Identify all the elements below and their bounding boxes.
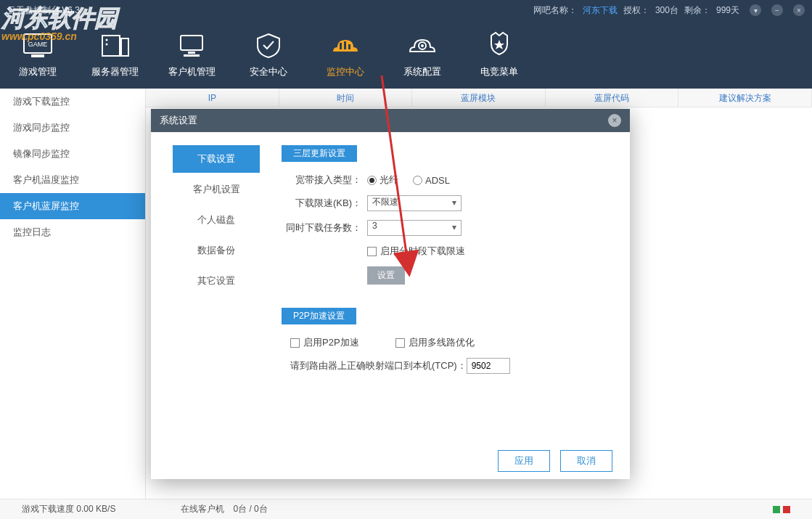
col-ip[interactable]: IP (146, 89, 279, 107)
sidebar-item-sync-monitor[interactable]: 游戏同步监控 (0, 115, 145, 141)
sidebar-item-log[interactable]: 监控日志 (0, 219, 145, 245)
status-dot-green (773, 506, 780, 513)
svg-rect-8 (188, 52, 195, 54)
header: 云无盘控制台 V6.3 网吧名称： 河东下载 授权： 300台 剩余： 999天… (0, 0, 812, 89)
time-limit-checkbox[interactable] (367, 247, 377, 256)
monitor-icon (327, 28, 364, 62)
status-dot-red (783, 506, 790, 513)
speed-value: 0.00 KB/S (76, 504, 115, 514)
esports-icon (481, 28, 517, 62)
auth-label: 授权： (623, 4, 649, 17)
svg-rect-10 (340, 43, 342, 49)
col-solution[interactable]: 建议解决方案 (678, 89, 812, 107)
svg-text:GAME: GAME (28, 41, 48, 48)
time-limit-label: 启用分时段下载限速 (380, 245, 465, 258)
set-button[interactable]: 设置 (367, 266, 405, 285)
nav-monitor[interactable]: 监控中心 (321, 28, 370, 78)
svg-rect-9 (184, 54, 200, 57)
svg-point-6 (106, 44, 108, 46)
section-p2p-title: P2P加速设置 (282, 308, 356, 324)
svg-rect-12 (348, 44, 350, 49)
app-title: 云无盘控制台 V6.3 (7, 4, 533, 17)
speed-label: 游戏下载速度 (22, 504, 74, 514)
nav-client-manage[interactable]: 客户机管理 (167, 28, 216, 78)
cancel-button[interactable]: 取消 (560, 450, 612, 472)
svg-rect-4 (121, 38, 128, 56)
svg-rect-11 (344, 41, 346, 49)
sidebar-item-image-sync[interactable]: 镜像同步监控 (0, 141, 145, 167)
svg-rect-1 (31, 54, 44, 57)
online-label: 在线客户机 (181, 504, 224, 514)
sidebar: 游戏下载监控 游戏同步监控 镜像同步监控 客户机温度监控 客户机蓝屏监控 监控日… (0, 89, 146, 499)
nav-server-manage[interactable]: 服务器管理 (90, 28, 139, 78)
dlg-nav-backup[interactable]: 数据备份 (173, 237, 260, 264)
dlg-nav-download[interactable]: 下载设置 (173, 145, 260, 173)
close-icon[interactable]: × (793, 4, 805, 16)
gear-icon (404, 28, 440, 62)
dlg-nav-other[interactable]: 其它设置 (173, 267, 260, 295)
multiroute-label: 启用多线路优化 (409, 336, 475, 349)
radio-fiber[interactable] (367, 176, 377, 185)
dialog-close-icon[interactable]: × (608, 114, 621, 127)
tasks-select[interactable]: 3 (367, 220, 462, 236)
nav-config[interactable]: 系统配置 (398, 28, 447, 78)
sidebar-item-bluescreen[interactable]: 客户机蓝屏监控 (0, 193, 145, 219)
tasks-label: 同时下载任务数： (282, 221, 361, 234)
svg-rect-7 (181, 36, 202, 50)
remain-value: 999天 (716, 4, 739, 17)
svg-rect-3 (102, 36, 120, 56)
dialog-title: 系统设置 (160, 114, 608, 127)
radio-fiber-label: 光纤 (380, 173, 398, 187)
section-update-title: 三层更新设置 (282, 145, 357, 162)
svg-point-14 (421, 44, 424, 47)
auth-value: 300台 (655, 4, 678, 17)
radio-adsl-label: ADSL (425, 175, 450, 186)
col-module[interactable]: 蓝屏模块 (412, 89, 546, 107)
svg-point-5 (106, 39, 108, 41)
minimize-icon[interactable]: − (771, 4, 783, 16)
port-input[interactable] (467, 358, 510, 374)
bar-name-value: 河东下载 (583, 4, 618, 17)
limit-select[interactable]: 不限速 (367, 195, 462, 211)
radio-adsl[interactable] (413, 176, 422, 185)
server-icon (97, 28, 133, 62)
multiroute-checkbox[interactable] (395, 338, 405, 348)
remain-label: 剩余： (684, 4, 710, 17)
p2p-label: 启用P2P加速 (303, 336, 359, 349)
sidebar-item-download-monitor[interactable]: 游戏下载监控 (0, 89, 145, 115)
apply-button[interactable]: 应用 (498, 450, 550, 472)
dropdown-icon[interactable]: ▾ (750, 4, 761, 16)
nav-esports[interactable]: 电竞菜单 (475, 28, 524, 78)
col-time[interactable]: 时间 (279, 89, 413, 107)
sidebar-item-temp-monitor[interactable]: 客户机温度监控 (0, 167, 145, 193)
settings-dialog: 系统设置 × 下载设置 客户机设置 个人磁盘 数据备份 其它设置 三层更新设置 … (151, 109, 630, 479)
bar-name-label: 网吧名称： (533, 4, 577, 17)
p2p-checkbox[interactable] (290, 338, 300, 348)
online-value: 0台 / 0台 (233, 504, 267, 514)
status-bar: 游戏下载速度 0.00 KB/S 在线客户机 0台 / 0台 (0, 499, 812, 519)
client-icon (173, 28, 210, 62)
shield-icon (250, 28, 287, 62)
dlg-nav-client[interactable]: 客户机设置 (173, 176, 260, 203)
limit-label: 下载限速(KB)： (282, 197, 361, 210)
nav-game-manage[interactable]: GAME 游戏管理 (13, 28, 62, 78)
port-label: 请到路由器上正确映射端口到本机(TCP)： (290, 359, 467, 372)
col-code[interactable]: 蓝屏代码 (546, 89, 679, 107)
dlg-nav-disk[interactable]: 个人磁盘 (173, 206, 260, 234)
game-icon: GAME (20, 28, 56, 62)
nav-security[interactable]: 安全中心 (244, 28, 293, 78)
bandwidth-label: 宽带接入类型： (282, 173, 361, 187)
